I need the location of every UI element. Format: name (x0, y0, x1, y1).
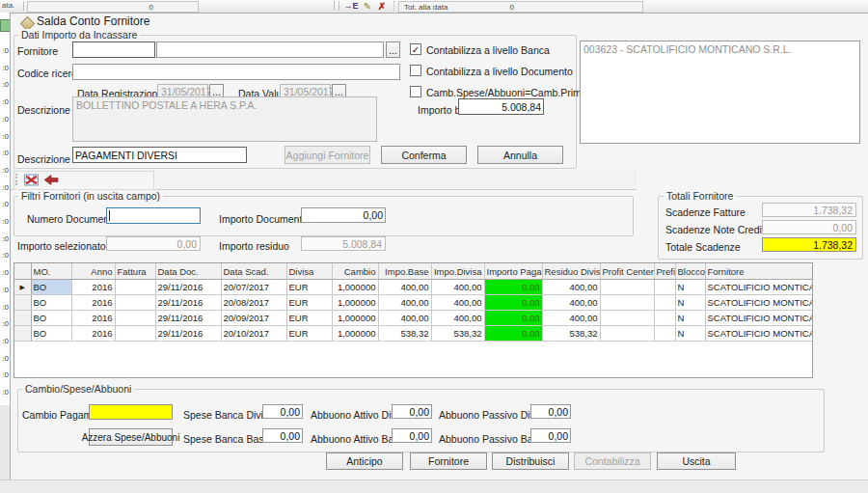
cell-data-doc[interactable]: 29/11/2016 (155, 280, 221, 295)
cell-blocco[interactable]: N (675, 295, 705, 311)
cell-data-scad[interactable]: 20/07/2017 (221, 280, 286, 295)
cell-fattura[interactable] (115, 326, 155, 342)
abbuono-passivo-base-input[interactable] (530, 428, 571, 443)
column-header-data-scad[interactable]: Data Scad. (221, 263, 286, 280)
cell-fornitore[interactable]: SCATOLIFICIO MONTICANO (705, 326, 813, 342)
cell-blocco[interactable]: N (675, 326, 705, 342)
column-header-importo-pagato[interactable]: Importo Pagato (484, 263, 542, 280)
fornitore-code-input[interactable] (72, 41, 155, 58)
cell-impo-base[interactable]: 400,00 (378, 311, 431, 326)
cancel-icon[interactable]: ✗ (375, 0, 389, 12)
table-row[interactable]: BO201629/11/201620/09/2017EUR1,000000400… (14, 311, 813, 326)
column-header-anno[interactable]: Anno (71, 263, 115, 280)
cell-blocco[interactable]: N (675, 280, 705, 295)
fornitore-browse-button[interactable]: ... (386, 41, 400, 58)
importo-base-input[interactable] (458, 98, 544, 115)
anticipo-button[interactable]: Anticipo (326, 452, 403, 470)
cell-importo-pagato[interactable]: 0,00 (484, 311, 542, 326)
cell-prefi[interactable] (654, 326, 675, 342)
cell-fattura[interactable] (115, 295, 155, 311)
cell-impo-divisa[interactable]: 400,00 (431, 280, 484, 295)
column-header-fattura[interactable]: Fattura (115, 263, 155, 280)
table-row[interactable]: ▶BO201629/11/201620/07/2017EUR1,00000040… (14, 280, 813, 295)
cell-anno[interactable]: 2016 (71, 326, 115, 342)
abbuono-attivo-base-input[interactable] (392, 428, 432, 443)
scadenze-table[interactable]: MO.AnnoFatturaData Doc.Data Scad.DivisaC… (14, 263, 813, 342)
cell-data-scad[interactable]: 20/08/2017 (221, 295, 286, 311)
fornitore-name-input[interactable] (156, 41, 384, 58)
red-arrow-icon[interactable] (44, 175, 59, 185)
column-header-fornitore[interactable]: Fornitore (705, 263, 813, 280)
cell-fornitore[interactable]: SCATOLIFICIO MONTICANO (705, 311, 813, 326)
cell-profit-center[interactable] (600, 311, 654, 326)
cell-mo[interactable]: BO (31, 311, 71, 326)
cell-impo-base[interactable]: 538,32 (378, 326, 431, 342)
cell-profit-center[interactable] (600, 295, 654, 311)
column-header-blocco[interactable]: Blocco (675, 263, 705, 280)
cell-cambio[interactable]: 1,000000 (332, 295, 378, 311)
cambio-pagamento-input[interactable] (89, 404, 173, 420)
cell-data-scad[interactable]: 20/10/2017 (221, 326, 286, 342)
cell-fattura[interactable] (115, 311, 155, 326)
row-selector-cell[interactable] (14, 326, 31, 342)
supplier-list-panel[interactable]: 003623 - SCATOLIFICIO MONTICANO S.R.L. (580, 41, 860, 144)
cell-residuo-divisa[interactable]: 400,00 (542, 311, 600, 326)
cell-prefi[interactable] (654, 295, 675, 311)
cell-impo-base[interactable]: 400,00 (378, 280, 431, 295)
cell-blocco[interactable]: N (675, 311, 705, 326)
cell-impo-base[interactable]: 400,00 (378, 295, 431, 311)
cell-mo[interactable]: BO (31, 295, 71, 311)
column-header-impo-divisa[interactable]: Impo.Divisa (431, 263, 484, 280)
abbuono-attivo-divisa-input[interactable] (392, 404, 432, 419)
cell-residuo-divisa[interactable]: 400,00 (542, 295, 600, 311)
cell-data-doc[interactable]: 29/11/2016 (155, 311, 221, 326)
annulla-button[interactable]: Annulla (477, 146, 563, 164)
spese-banca-divisa-input[interactable] (262, 404, 303, 419)
cell-importo-pagato[interactable]: 0,00 (484, 326, 542, 342)
checkbox-contabilizza-banca[interactable]: ✓ (410, 43, 421, 55)
toolbar-drag-handle[interactable] (15, 174, 17, 185)
codice-ricerca-input[interactable] (72, 64, 400, 80)
cell-divisa[interactable]: EUR (286, 280, 332, 295)
row-selector-cell[interactable] (14, 295, 31, 311)
column-header-prefi[interactable]: Prefi (654, 263, 675, 280)
table-row[interactable]: BO201629/11/201620/08/2017EUR1,000000400… (14, 295, 813, 311)
importo-documento-input[interactable] (301, 207, 386, 223)
cell-residuo-divisa[interactable]: 538,32 (542, 326, 600, 342)
table-row[interactable]: BO201629/11/201620/10/2017EUR1,000000538… (14, 326, 813, 342)
cell-anno[interactable]: 2016 (71, 295, 115, 311)
descrizione-input[interactable] (72, 147, 247, 163)
cell-profit-center[interactable] (600, 326, 654, 342)
clear-grid-icon[interactable] (24, 174, 39, 186)
cell-profit-center[interactable] (600, 280, 654, 295)
cell-divisa[interactable]: EUR (286, 295, 332, 311)
column-header-cambio[interactable]: Cambio (332, 263, 378, 280)
conferma-button[interactable]: Conferma (381, 146, 467, 164)
cell-divisa[interactable]: EUR (286, 311, 332, 326)
cell-impo-divisa[interactable]: 400,00 (431, 311, 484, 326)
column-header-impo-base[interactable]: Impo.Base (378, 263, 431, 280)
cell-fattura[interactable] (115, 280, 155, 295)
numero-documento-input[interactable] (106, 207, 201, 224)
row-selector-cell[interactable] (14, 311, 31, 326)
cell-data-scad[interactable]: 20/09/2017 (221, 311, 286, 326)
cell-divisa[interactable]: EUR (286, 326, 332, 342)
cell-mo[interactable]: BO (31, 326, 71, 342)
fornitore-button[interactable]: Fornitore (410, 452, 487, 470)
cell-impo-divisa[interactable]: 400,00 (431, 295, 484, 311)
cell-data-doc[interactable]: 29/11/2016 (155, 326, 221, 342)
column-header-profit-center[interactable]: Profit Center (600, 263, 654, 280)
cell-data-doc[interactable]: 29/11/2016 (155, 295, 221, 311)
cell-cambio[interactable]: 1,000000 (332, 280, 378, 295)
row-selector-cell[interactable]: ▶ (14, 280, 31, 295)
distribuisci-button[interactable]: Distribuisci (492, 452, 569, 470)
cell-importo-pagato[interactable]: 0,00 (484, 295, 542, 311)
contabilizza-button[interactable]: Contabilizza (574, 452, 651, 470)
checkbox-camb-spese[interactable] (410, 86, 421, 97)
azzera-spese-abbuoni-button[interactable]: Azzera Spese/Abbuoni (89, 428, 173, 446)
cell-anno[interactable]: 2016 (71, 280, 115, 295)
uscita-button[interactable]: Uscita (657, 452, 736, 470)
pencil-icon[interactable]: ✎ (361, 0, 374, 12)
column-header-divisa[interactable]: Divisa (286, 263, 332, 280)
cell-prefi[interactable] (654, 280, 675, 295)
